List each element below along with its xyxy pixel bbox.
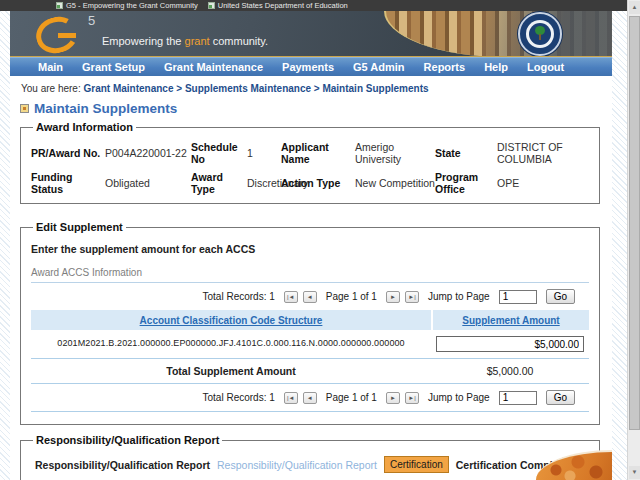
seal-trunk (539, 34, 541, 40)
edit-supplement-legend: Edit Supplement (33, 221, 126, 233)
page-title: Maintain Supplements (34, 101, 177, 116)
nav-item-reports[interactable]: Reports (424, 61, 466, 73)
total-records-text: Total Records: 1 (203, 392, 275, 403)
page-title-row: Maintain Supplements (20, 101, 606, 116)
responsibility-qualification-legend: Responsibility/Qualification Report (33, 434, 222, 446)
tagline: Empowering the grant community. (102, 35, 268, 47)
page-content: You are here: Grant Maintenance > Supple… (10, 76, 612, 480)
broken-image-icon (56, 2, 63, 9)
funding-status-label: Funding Status (31, 171, 105, 195)
pagination-top: Total Records: 1 |◄ ◄ Page 1 of 1 ► ►| J… (31, 283, 589, 310)
page-indicator: Page 1 of 1 (326, 392, 377, 403)
vertical-scrollbar[interactable]: ▲ ▼ (627, 0, 640, 480)
scroll-down-button[interactable]: ▼ (629, 466, 640, 479)
next-page-button[interactable]: ► (386, 392, 400, 404)
total-supplement-amount-value: $5,000.00 (431, 359, 589, 383)
page-indicator: Page 1 of 1 (326, 291, 377, 302)
g5-logo-bar (58, 33, 76, 38)
responsibility-row: Responsibility/Qualification Report Resp… (31, 452, 589, 476)
program-office-value: OPE (497, 177, 589, 189)
department-of-education-seal (518, 12, 562, 56)
accs-section-label: Award ACCS Information (31, 267, 589, 283)
total-records-text: Total Records: 1 (203, 291, 275, 302)
breadcrumb-link-supplements-maintenance[interactable]: Supplements Maintenance (185, 83, 311, 94)
accs-table-header-row: Account Classification Code Structure Su… (31, 310, 589, 330)
prev-page-button[interactable]: ◄ (303, 291, 317, 303)
window-title-bar: G5 - Empowering the Grant Community Unit… (0, 0, 640, 11)
nav-item-payments[interactable]: Payments (282, 61, 334, 73)
state-value: DISTRICT OF COLUMBIA (497, 141, 589, 165)
funding-status-value: Obligated (105, 177, 191, 189)
next-page-button[interactable]: ► (386, 291, 400, 303)
last-page-button[interactable]: ►| (405, 291, 419, 303)
responsibility-report-link[interactable]: Responsibility/Qualification Report (217, 459, 377, 471)
scroll-thumb[interactable] (629, 16, 640, 430)
responsibility-report-label: Responsibility/Qualification Report (35, 459, 210, 471)
applicant-name-label: Applicant Name (281, 141, 355, 165)
action-type-label: Action Type (281, 177, 355, 189)
first-page-button[interactable]: |◄ (284, 392, 298, 404)
g5-logo-five: 5 (88, 13, 95, 28)
app-tab-g5-label: G5 - Empowering the Grant Community (66, 1, 198, 10)
jump-to-page-input[interactable] (499, 391, 537, 405)
award-information-legend: Award Information (33, 121, 136, 133)
nav-item-logout[interactable]: Logout (527, 61, 564, 73)
award-information-fieldset: Award Information PR/Award No. P004A2200… (20, 121, 600, 204)
program-office-label: Program Office (435, 171, 497, 195)
breadcrumb-prefix: You are here: (21, 83, 81, 94)
go-button[interactable]: Go (546, 390, 575, 405)
app-tab-ed-label: United States Department of Education (218, 1, 348, 10)
screen: G5 - Empowering the Grant Community Unit… (0, 0, 640, 480)
nav-item-g5-admin[interactable]: G5 Admin (353, 61, 405, 73)
breadcrumb: You are here: Grant Maintenance > Supple… (18, 83, 606, 94)
accs-code-value: 0201M2021.B.2021.000000.EP000000.JFJ.410… (57, 338, 404, 348)
jump-to-page-label: Jump to Page (428, 291, 490, 302)
pagination-bottom: Total Records: 1 |◄ ◄ Page 1 of 1 ► ►| J… (31, 384, 589, 412)
breadcrumb-link-grant-maintenance[interactable]: Grant Maintenance (83, 83, 173, 94)
accs-table-total-row: Total Supplement Amount $5,000.00 (31, 358, 589, 384)
broken-image-icon (208, 2, 215, 9)
scroll-up-button[interactable]: ▲ (629, 1, 640, 14)
go-button[interactable]: Go (546, 289, 575, 304)
breadcrumb-separator: > (314, 83, 320, 94)
last-page-button[interactable]: ►| (405, 392, 419, 404)
award-info-grid: PR/Award No. P004A220001-22 Schedule No … (31, 139, 589, 195)
breadcrumb-link-maintain-supplements[interactable]: Maintain Supplements (322, 83, 428, 94)
nav-item-grant-maintenance[interactable]: Grant Maintenance (164, 61, 263, 73)
accs-table-row: 0201M2021.B.2021.000000.EP000000.JFJ.410… (31, 330, 589, 358)
main-nav: Main Grant Setup Grant Maintenance Payme… (10, 57, 612, 76)
nav-item-main[interactable]: Main (38, 61, 63, 73)
jump-to-page-input[interactable] (499, 290, 537, 304)
app-tab-g5[interactable]: G5 - Empowering the Grant Community (56, 1, 198, 10)
accs-column-header-link[interactable]: Account Classification Code Structure (140, 315, 323, 326)
award-type-label: Award Type (191, 171, 247, 195)
state-label: State (435, 147, 497, 159)
supplement-amount-column-header-link[interactable]: Supplement Amount (462, 315, 559, 326)
edit-supplement-fieldset: Edit Supplement Enter the supplement amo… (20, 221, 600, 425)
action-type-value: New Competition (355, 177, 435, 189)
library-photo (384, 11, 612, 57)
first-page-button[interactable]: |◄ (284, 291, 298, 303)
schedule-no-value: 1 (247, 147, 281, 159)
supplement-amount-input[interactable] (436, 336, 584, 352)
certification-button[interactable]: Certification (384, 456, 449, 473)
g5-logo: 5 (32, 13, 94, 55)
instruction-text: Enter the supplement amount for each ACC… (31, 243, 589, 255)
jump-to-page-label: Jump to Page (428, 392, 490, 403)
accs-table: Account Classification Code Structure Su… (31, 310, 589, 384)
document-icon (20, 104, 29, 113)
nav-item-grant-setup[interactable]: Grant Setup (82, 61, 145, 73)
app-header-banner: 5 Empowering the grant community. (10, 11, 612, 57)
total-supplement-amount-label: Total Supplement Amount (31, 359, 431, 383)
schedule-no-label: Schedule No (191, 141, 247, 165)
tagline-accent: grant (185, 35, 210, 47)
nav-item-help[interactable]: Help (484, 61, 508, 73)
prev-page-button[interactable]: ◄ (303, 392, 317, 404)
award-type-value: Discretionary (247, 177, 281, 189)
pr-award-no-value: P004A220001-22 (105, 147, 191, 159)
applicant-name-value: Amerigo University (355, 141, 435, 165)
responsibility-qualification-fieldset: Responsibility/Qualification Report Resp… (20, 434, 600, 480)
app-tab-ed[interactable]: United States Department of Education (208, 1, 348, 10)
breadcrumb-separator: > (176, 83, 182, 94)
pr-award-no-label: PR/Award No. (31, 147, 105, 159)
